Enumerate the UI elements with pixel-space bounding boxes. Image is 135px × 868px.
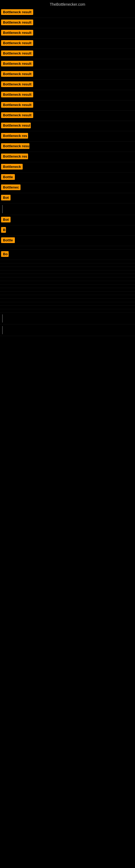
list-item: [0, 260, 135, 264]
bottleneck-badge: Bottlenec: [1, 184, 20, 190]
bottleneck-badge: Bot: [1, 217, 10, 222]
list-item: Bottleneck resu: [0, 142, 135, 152]
list-item: [0, 284, 135, 288]
list-item: Bottleneck result: [0, 69, 135, 80]
list-item: Bottleneck resul: [0, 121, 135, 131]
list-item: Bottleneck result: [0, 90, 135, 100]
list-item: Bottleneck result: [0, 49, 135, 59]
bottleneck-badge: Bottleneck result: [1, 30, 33, 35]
bottleneck-badge: B: [1, 227, 6, 233]
bottleneck-badge: Bot: [1, 195, 10, 200]
list-item: [0, 204, 135, 215]
list-item: Bottleneck result: [0, 28, 135, 38]
list-item: Bottleneck res: [0, 131, 135, 142]
list-item: [0, 291, 135, 295]
list-item: [0, 313, 135, 324]
list-item: [0, 295, 135, 299]
list-item: B: [0, 225, 135, 236]
bottleneck-badge: Bottleneck result: [1, 20, 33, 25]
vertical-bar-icon: [2, 326, 3, 334]
bottleneck-badge: Bottleneck result: [1, 71, 33, 77]
list-item: Bo: [0, 250, 135, 260]
bottleneck-badge: Bottleneck res: [1, 154, 28, 159]
list-item: Bottleneck: [0, 162, 135, 173]
list-item: [0, 306, 135, 309]
bottleneck-badge: Bottle: [1, 237, 15, 243]
vertical-bar-icon: [2, 205, 3, 213]
list-item: Bottleneck result: [0, 80, 135, 90]
list-item: Bottleneck result: [0, 8, 135, 18]
list-item: Bottleneck result: [0, 111, 135, 121]
bottleneck-badge: Bottleneck result: [1, 92, 33, 97]
list-item: Bot: [0, 215, 135, 225]
list-item: Bottle: [0, 236, 135, 246]
list-item: Bottleneck result: [0, 100, 135, 111]
list-item: [0, 281, 135, 284]
list-item: [0, 309, 135, 313]
bottleneck-badge: Bottleneck result: [1, 82, 33, 87]
bottleneck-badge: Bottleneck res: [1, 133, 28, 138]
list-item: [0, 264, 135, 267]
bottleneck-badge: Bottleneck result: [1, 9, 33, 15]
list-item: [0, 324, 135, 336]
bottleneck-badge: Bottleneck resul: [1, 123, 31, 128]
list-item: [0, 299, 135, 302]
list-item: Bottleneck result: [0, 38, 135, 49]
site-title: TheBottlenecker.com: [0, 0, 135, 8]
list-item: Bottleneck result: [0, 59, 135, 69]
list-item: [0, 274, 135, 278]
bottleneck-badge: Bo: [1, 251, 9, 257]
list-item: Bot: [0, 193, 135, 204]
bottleneck-badge: Bottleneck result: [1, 102, 33, 108]
list-item: Bottle: [0, 173, 135, 183]
list-item: [0, 267, 135, 271]
bottleneck-badge: Bottleneck result: [1, 61, 33, 66]
list-item: [0, 271, 135, 274]
list-item: [0, 288, 135, 291]
vertical-bar-icon: [2, 314, 3, 322]
bottleneck-badge: Bottleneck result: [1, 51, 33, 56]
list-item: [0, 278, 135, 281]
list-item: Bottleneck res: [0, 152, 135, 162]
bottleneck-badge: Bottle: [1, 174, 15, 180]
list-item: [0, 246, 135, 250]
bottleneck-badge: Bottleneck result: [1, 40, 33, 46]
bottleneck-badge: Bottleneck: [1, 164, 23, 169]
list-item: [0, 302, 135, 306]
list-item: Bottleneck result: [0, 18, 135, 28]
bottleneck-badge: Bottleneck resu: [1, 143, 30, 149]
list-item: Bottlenec: [0, 183, 135, 193]
bottleneck-badge: Bottleneck result: [1, 112, 33, 118]
